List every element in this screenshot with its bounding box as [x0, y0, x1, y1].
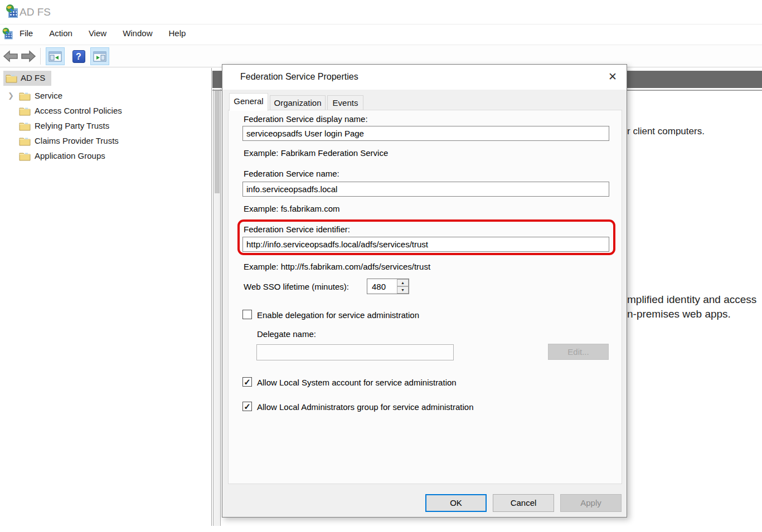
sso-lifetime-input[interactable]	[367, 279, 396, 294]
tree-item-label[interactable]: Access Control Policies	[35, 106, 122, 115]
menu-bar: File Action View Window Help	[0, 25, 762, 44]
tree-item-application-groups[interactable]: Application Groups	[0, 149, 211, 164]
adfs-app-icon	[4, 4, 20, 22]
apply-button: Apply	[560, 494, 622, 512]
ok-button[interactable]: OK	[425, 494, 487, 512]
tree-item-label[interactable]: Relying Party Trusts	[35, 121, 109, 130]
folder-icon	[19, 152, 31, 163]
service-name-example: Example: fs.fabrikam.com	[244, 204, 340, 213]
forward-arrow-icon	[21, 50, 36, 62]
folder-icon	[19, 121, 31, 133]
scrollbar-thumb[interactable]	[215, 90, 220, 193]
enable-delegation-checkbox[interactable]	[242, 310, 252, 319]
allow-local-system-label[interactable]: Allow Local System account for service a…	[257, 378, 457, 387]
back-button[interactable]	[1, 47, 20, 65]
tab-organization[interactable]: Organization	[270, 95, 326, 111]
delegate-name-label: Delegate name:	[257, 329, 316, 339]
edit-button: Edit...	[548, 344, 609, 360]
menu-window[interactable]: Window	[122, 25, 153, 41]
help-icon: ?	[72, 50, 85, 63]
show-console-tree-button[interactable]	[46, 47, 65, 65]
spinner-down-button[interactable]: ▼	[397, 286, 409, 294]
tree-item-label[interactable]: AD FS	[21, 73, 45, 82]
toolbar-separator	[40, 48, 41, 65]
folder-icon	[19, 106, 31, 118]
tree-item-label[interactable]: Service	[35, 91, 62, 100]
allow-local-admins-label[interactable]: Allow Local Administrators group for ser…	[257, 402, 474, 412]
general-tab-page: Federation Service display name: Example…	[228, 110, 622, 484]
delegate-name-input	[256, 344, 454, 360]
allow-local-admins-checkbox[interactable]: ✓	[242, 402, 252, 411]
tree-item-service[interactable]: ❯ Service	[0, 89, 211, 104]
federation-service-properties-dialog: Federation Service Properties ✕ General …	[222, 64, 627, 518]
folder-icon	[6, 74, 17, 85]
forward-button[interactable]	[19, 47, 38, 65]
tree-item-label[interactable]: Claims Provider Trusts	[35, 136, 119, 145]
sso-lifetime-spinner: ▲ ▼	[367, 279, 409, 294]
spinner-up-button[interactable]: ▲	[397, 279, 409, 286]
tree-item-label[interactable]: Application Groups	[35, 151, 105, 160]
tab-general[interactable]: General	[229, 93, 268, 111]
identifier-label: Federation Service identifier:	[244, 224, 350, 234]
menu-action[interactable]: Action	[48, 25, 74, 41]
sso-lifetime-label: Web SSO lifetime (minutes):	[244, 282, 349, 291]
menu-help[interactable]: Help	[167, 25, 187, 41]
tree-item-relying-party-trusts[interactable]: Relying Party Trusts	[0, 119, 211, 134]
cancel-button[interactable]: Cancel	[493, 494, 554, 512]
back-arrow-icon	[3, 50, 18, 62]
overview-text-fragment: r client computers.	[627, 126, 705, 137]
tree-item-access-control-policies[interactable]: Access Control Policies	[0, 104, 211, 119]
action-pane-icon	[93, 51, 106, 62]
help-button[interactable]: ?	[69, 47, 88, 65]
identifier-example: Example: http://fs.fabrikam.com/adfs/ser…	[244, 262, 430, 271]
chevron-right-icon[interactable]: ❯	[8, 91, 14, 100]
dialog-title: Federation Service Properties	[240, 72, 358, 82]
display-name-input[interactable]	[242, 126, 609, 141]
console-tree-icon	[48, 51, 62, 62]
display-name-label: Federation Service display name:	[244, 114, 368, 124]
window-title: AD FS	[20, 6, 51, 18]
menu-file[interactable]: File	[18, 25, 34, 41]
enable-delegation-label[interactable]: Enable delegation for service administra…	[257, 310, 419, 320]
overview-text-fragment: n-premises web apps.	[627, 308, 731, 320]
menu-view[interactable]: View	[88, 25, 108, 41]
folder-icon	[19, 136, 31, 148]
window-titlebar: AD FS	[0, 0, 762, 25]
tab-events[interactable]: Events	[327, 95, 363, 111]
show-action-pane-button[interactable]	[90, 47, 109, 65]
close-icon[interactable]: ✕	[605, 70, 620, 83]
display-name-example: Example: Fabrikam Federation Service	[244, 148, 388, 158]
content-scrollbar[interactable]	[213, 89, 221, 526]
tree-item-claims-provider-trusts[interactable]: Claims Provider Trusts	[0, 134, 211, 149]
identifier-input[interactable]	[242, 237, 609, 252]
dialog-titlebar[interactable]: Federation Service Properties ✕	[222, 65, 627, 90]
folder-icon	[19, 91, 31, 103]
service-name-input[interactable]	[242, 182, 609, 197]
service-name-label: Federation Service name:	[244, 169, 339, 178]
adfs-app-icon-small	[1, 27, 14, 43]
console-tree-pane: AD FS ❯ Service Access Control Policies …	[0, 68, 212, 526]
overview-text-fragment: mplified identity and access	[627, 294, 756, 306]
allow-local-system-checkbox[interactable]: ✓	[242, 377, 252, 387]
tree-item-adfs-root[interactable]: AD FS	[0, 71, 211, 86]
